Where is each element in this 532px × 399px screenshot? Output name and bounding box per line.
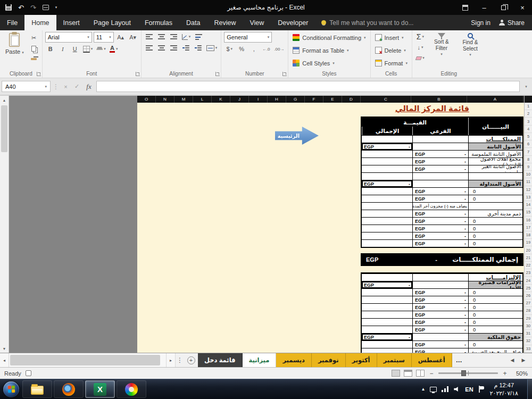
font-size-combo[interactable]: 11▾ (94, 32, 114, 43)
cancel-button[interactable]: × (61, 84, 70, 90)
ribbon-tab-view[interactable]: View (243, 15, 271, 30)
autosum-button[interactable]: Σ▾ (415, 32, 426, 41)
page-break-view-button[interactable] (416, 370, 425, 377)
customize-quick-access-button[interactable]: ▾ (55, 5, 57, 10)
horizontal-scroll-thumb[interactable] (10, 355, 160, 365)
row-header-3[interactable]: 3 (525, 118, 532, 125)
format-cells-button[interactable]: Format▾ (373, 57, 409, 69)
decrease-indent-button[interactable] (181, 43, 192, 53)
row-header-9[interactable]: 9 (525, 163, 532, 171)
row-header-10[interactable]: 10 (525, 171, 532, 178)
find-select-button[interactable]: Find & Select▾ (458, 32, 483, 57)
clock[interactable]: 12:47 م ٢٠٢٢/٠٧/١٨ (489, 381, 519, 397)
value-cell[interactable]: EGP- (362, 333, 412, 340)
hscroll-left-button[interactable]: ◂ (0, 353, 9, 367)
row-header-1[interactable]: 1 (525, 103, 532, 110)
desc-cell[interactable]: الأصول الثابتة الغير ملموسة (468, 165, 522, 172)
desc-cell[interactable]: 0 (468, 239, 522, 247)
desc-cell[interactable]: الممتلكـــــات (468, 135, 522, 143)
value-cell[interactable]: EGP- (412, 311, 468, 318)
font-name-combo[interactable]: Arial▾ (45, 32, 92, 43)
row-header-31[interactable]: 31 (525, 330, 532, 337)
comma-style-button[interactable]: , (248, 44, 259, 54)
fill-color-button[interactable]: ▾ (95, 44, 107, 54)
zoom-in-button[interactable]: + (502, 370, 508, 377)
cell[interactable] (362, 340, 412, 348)
column-header-E[interactable]: E (323, 96, 342, 103)
cell[interactable] (362, 202, 412, 210)
desc-cell[interactable]: الأصول الثابتة الملموسة (468, 150, 522, 157)
value-cell[interactable]: EGP- (412, 225, 468, 232)
bold-button[interactable]: B (45, 44, 56, 54)
row-header-6[interactable]: 6 (525, 140, 532, 148)
clipboard-dialog-launcher[interactable] (37, 72, 41, 76)
row-header-20[interactable]: 20 (525, 246, 532, 254)
cell[interactable] (362, 187, 412, 195)
scroll-up-button[interactable]: ▲ (0, 96, 9, 104)
row-header-30[interactable]: 30 (525, 322, 532, 330)
desc-cell[interactable]: صافي الربح بعد الضريبة (468, 348, 522, 353)
share-button[interactable]: Share (499, 19, 525, 27)
cell[interactable] (362, 210, 412, 217)
sheet-tab-قائمة دخل[interactable]: قائمة دخل (198, 353, 243, 367)
row-header-7[interactable]: 7 (525, 148, 532, 155)
underline-button[interactable]: U (70, 44, 80, 54)
taskbar-app-excel[interactable]: X (85, 380, 115, 398)
ribbon-tab-insert[interactable]: Insert (56, 15, 87, 30)
number-format-combo[interactable]: General▾ (224, 32, 272, 43)
action-center-flag-icon[interactable] (478, 386, 484, 393)
sheet-tab-نوفمبر[interactable]: نوفمبر (312, 353, 346, 367)
column-header-M[interactable]: M (174, 96, 193, 103)
increase-font-button[interactable]: A▴ (115, 32, 126, 42)
restore-button[interactable] (494, 0, 513, 15)
ribbon-tab-formulas[interactable]: Formulas (138, 15, 179, 30)
horizontal-scroll-track[interactable] (9, 353, 167, 367)
fill-button[interactable]: ↓▾ (415, 43, 426, 52)
value-cell[interactable]: EGP- (412, 157, 468, 165)
font-dialog-launcher[interactable] (136, 72, 140, 76)
desc-cell[interactable]: 0 (468, 195, 522, 202)
minimize-button[interactable]: – (475, 0, 494, 15)
desc-cell[interactable]: 0 (468, 303, 522, 311)
value-cell[interactable]: EGP- (362, 180, 412, 187)
insert-function-button[interactable]: fx (84, 82, 94, 91)
cell[interactable] (362, 150, 412, 157)
orientation-button[interactable]: ▾ (181, 32, 192, 41)
row-header-26[interactable]: 26 (525, 292, 532, 300)
value-cell[interactable]: EGP- (412, 195, 468, 202)
cell[interactable] (412, 333, 468, 340)
display-tray-icon[interactable] (430, 387, 437, 392)
desc-cell[interactable]: 0 (468, 326, 522, 333)
align-center-button[interactable] (156, 43, 167, 53)
paste-button[interactable]: Paste ▾ (3, 32, 27, 56)
column-header-J[interactable]: J (230, 96, 249, 103)
show-hidden-icons-button[interactable]: ▲ (421, 387, 425, 392)
align-left-button[interactable] (144, 43, 155, 53)
number-dialog-launcher[interactable] (282, 72, 287, 76)
row-header-32[interactable]: 32 (525, 337, 532, 345)
cell[interactable] (362, 303, 412, 311)
column-header-F[interactable]: F (305, 96, 323, 103)
taskbar-app-paint[interactable] (117, 380, 146, 398)
value-cell[interactable]: EGP- (362, 256, 442, 263)
value-cell[interactable]: EGP- (412, 303, 468, 311)
desc-cell[interactable]: الأصول الثابتة (468, 143, 522, 150)
taskbar-app-firefox[interactable] (54, 380, 84, 398)
desc-cell[interactable]: 0 (468, 217, 522, 225)
desc-cell[interactable]: حقوق الملكية (468, 333, 522, 340)
ribbon-tab-review[interactable]: Review (207, 15, 243, 30)
zoom-slider-thumb[interactable] (461, 370, 466, 376)
format-as-table-button[interactable]: Format as Table▾ (291, 45, 367, 56)
value-cell[interactable]: EGP- (412, 165, 468, 172)
select-all-corner[interactable] (525, 96, 532, 103)
value-cell[interactable]: EGP- (362, 143, 412, 150)
copy-button[interactable] (29, 44, 39, 53)
cell[interactable] (362, 311, 412, 318)
value-cell[interactable]: EGP- (412, 210, 468, 217)
row-header-16[interactable]: 16 (525, 217, 532, 224)
next-sheet-button[interactable]: ▶ (519, 355, 528, 365)
cell[interactable] (362, 232, 412, 239)
formula-input[interactable] (96, 81, 520, 92)
name-box[interactable]: A40▾ (2, 81, 51, 92)
column-header-B[interactable]: B (411, 96, 467, 103)
